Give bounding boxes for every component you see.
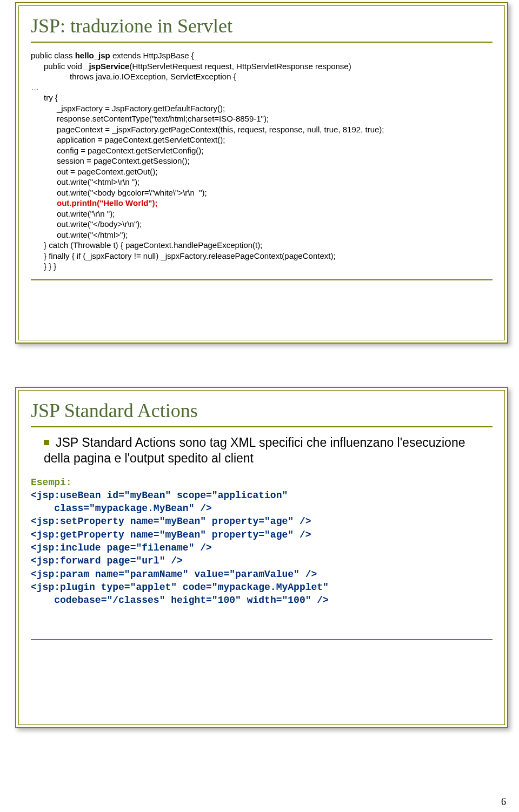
code-class-name: hello_jsp — [75, 51, 110, 60]
code-line: } catch (Throwable t) { pageContext.hand… — [44, 240, 262, 250]
code-line: out = pageContext.getOut(); — [57, 167, 157, 176]
code-line: … — [31, 83, 39, 92]
example-line: codebase="/classes" height="100" width="… — [31, 595, 329, 606]
page-number: 6 — [501, 796, 506, 808]
code-line: } } } — [44, 261, 56, 271]
code-line: session = pageContext.getSession(); — [57, 156, 190, 165]
code-line: out.write("</body>\r\n"); — [57, 219, 142, 229]
example-line: <jsp:param name="paramName" value="param… — [31, 569, 317, 580]
example-line: <jsp:setProperty name="myBean" property=… — [31, 516, 311, 527]
code-line: } finally { if (_jspxFactory != null) _j… — [44, 251, 336, 260]
title-rule — [31, 42, 493, 43]
bottom-rule — [31, 639, 493, 640]
code-block: public class hello_jsp extends HttpJspBa… — [31, 50, 493, 272]
slide-jsp-standard-actions: JSP Standard Actions JSP Standard Action… — [15, 387, 508, 728]
example-line: <jsp:include page="filename" /> — [31, 542, 212, 553]
example-line: <jsp:getProperty name="myBean" property=… — [31, 529, 311, 540]
code-line: public class — [31, 51, 75, 60]
examples-label: Esempi: — [31, 477, 72, 488]
example-line: <jsp:forward page="url" /> — [31, 555, 183, 566]
bottom-rule — [31, 279, 493, 280]
slide-title: JSP Standard Actions — [31, 397, 493, 426]
code-line: extends HttpJspBase { — [110, 51, 194, 60]
code-line: config = pageContext.getServletConfig(); — [57, 146, 203, 155]
body-text: JSP Standard Actions sono tag XML specif… — [44, 435, 465, 465]
bullet-icon — [44, 440, 49, 445]
code-line: pageContext = _jspxFactory.getPageContex… — [57, 125, 384, 134]
examples-block: Esempi: <jsp:useBean id="myBean" scope="… — [31, 476, 493, 607]
code-highlight-line: out.println("Hello World"); — [57, 198, 157, 207]
code-line: public void — [44, 62, 84, 71]
code-line: (HttpServletRequest request, HttpServlet… — [129, 62, 351, 71]
code-line: try { — [44, 93, 58, 102]
code-line: out.write("<html>\r\n "); — [57, 177, 139, 186]
code-line: response.setContentType("text/html;chars… — [57, 114, 269, 123]
slide-inner: JSP: traduzione in Servlet public class … — [18, 5, 505, 340]
example-line: <jsp:useBean id="myBean" scope="applicat… — [31, 490, 288, 501]
code-line: application = pageContext.getServletCont… — [57, 135, 225, 144]
code-line: _jspxFactory = JspFactory.getDefaultFact… — [57, 104, 225, 113]
slide-title: JSP: traduzione in Servlet — [31, 12, 493, 42]
code-method-name: _jspService — [84, 62, 129, 71]
title-rule — [31, 426, 493, 427]
code-line: throws java.io.IOException, ServletExcep… — [70, 72, 236, 81]
example-line: <jsp:plugin type="applet" code="mypackag… — [31, 582, 329, 593]
slide-inner: JSP Standard Actions JSP Standard Action… — [18, 390, 505, 725]
example-line: class="mypackage.MyBean" /> — [31, 503, 212, 514]
slide-body: JSP Standard Actions sono tag XML specif… — [31, 435, 493, 466]
code-line: out.write("</html>"); — [57, 230, 128, 239]
code-line: out.write("<body bgcolor=\"white\">\r\n … — [57, 188, 207, 197]
code-line: out.write("\r\n "); — [57, 209, 115, 218]
slide-jsp-traduzione: JSP: traduzione in Servlet public class … — [15, 2, 508, 344]
